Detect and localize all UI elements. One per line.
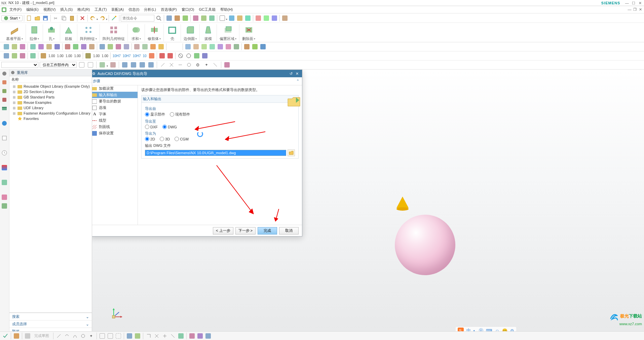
radio-2d[interactable]: 2D: [145, 137, 155, 141]
radio-display-part[interactable]: 显示部件: [145, 112, 165, 117]
sb-icon[interactable]: [178, 333, 184, 339]
radio-3d[interactable]: 3D: [160, 137, 170, 141]
tb-icon[interactable]: [45, 43, 53, 50]
sb-icon[interactable]: [72, 333, 78, 339]
snap-point-icon[interactable]: [185, 61, 193, 69]
menu-info[interactable]: 信息(I): [126, 7, 141, 12]
snap-icon[interactable]: [139, 61, 146, 69]
sb-icon[interactable]: +: [88, 333, 94, 339]
tb-icon[interactable]: [72, 43, 79, 50]
reuse-search-section[interactable]: 搜索⌄: [9, 313, 92, 320]
tb-icon[interactable]: [80, 43, 87, 50]
tb-icon[interactable]: [99, 43, 106, 50]
snap-point-icon[interactable]: +: [203, 61, 210, 69]
menu-window[interactable]: 窗口(O): [180, 7, 196, 12]
assembly-navigator-icon[interactable]: [2, 88, 8, 94]
snap-icon[interactable]: [99, 61, 106, 69]
sb-icon[interactable]: [161, 333, 168, 339]
sb-icon[interactable]: [55, 333, 62, 339]
tb-icon[interactable]: [88, 43, 96, 50]
tb-icon[interactable]: [182, 14, 189, 22]
radio-dxf[interactable]: DXF: [145, 125, 158, 129]
tree-item[interactable]: ⊞2D Section Library: [9, 89, 92, 94]
tb-icon[interactable]: [157, 43, 165, 50]
finish-button[interactable]: 完成: [258, 227, 277, 235]
tb-icon[interactable]: [141, 43, 149, 50]
tb-icon[interactable]: [193, 52, 200, 59]
tb-icon[interactable]: [149, 43, 157, 50]
radio-dwg[interactable]: DWG: [162, 125, 177, 129]
tb-icon[interactable]: [123, 43, 130, 50]
tb-icon[interactable]: [133, 43, 141, 50]
sb-icon[interactable]: [24, 333, 31, 339]
tree-item[interactable]: ⊞Reusable Object Library (Example Only): [9, 84, 92, 89]
menu-prefs[interactable]: 首选项(P): [159, 7, 179, 12]
tb-icon[interactable]: [3, 43, 10, 50]
internet-icon[interactable]: [2, 121, 8, 127]
history-icon[interactable]: [2, 135, 8, 141]
tb-icon[interactable]: [271, 14, 278, 22]
sb-icon[interactable]: [153, 333, 160, 339]
tb-icon[interactable]: [3, 52, 10, 59]
cancel-button[interactable]: 取消: [279, 227, 299, 235]
selection-scope-combo[interactable]: 仅在工作部件内: [40, 62, 77, 68]
rail-icon[interactable]: [2, 165, 8, 171]
new-file-icon[interactable]: [26, 14, 33, 22]
doc-restore-button[interactable]: ❐: [633, 7, 637, 12]
tb-icon[interactable]: [166, 52, 174, 59]
menu-tools[interactable]: 工具(T): [92, 7, 109, 12]
tree-item[interactable]: ⊞Reuse Examples: [9, 100, 92, 105]
sb-icon[interactable]: [197, 333, 203, 339]
tb-icon[interactable]: [200, 14, 207, 22]
menu-view[interactable]: 视图(V): [41, 7, 58, 12]
sb-icon[interactable]: [13, 333, 20, 339]
copy-icon[interactable]: [60, 14, 68, 22]
menu-assembly[interactable]: 装配(A): [109, 7, 126, 12]
part-navigator-icon[interactable]: [2, 80, 8, 86]
sb-icon[interactable]: [134, 333, 141, 339]
reuse-library-icon[interactable]: [2, 106, 8, 112]
tree-item[interactable]: ⊞Fastener Assembly Configuration Library: [9, 111, 92, 116]
menu-help[interactable]: 帮助(H): [218, 7, 235, 12]
tb-icon[interactable]: [185, 52, 192, 59]
selection-type-combo[interactable]: [1, 62, 38, 68]
open-file-icon[interactable]: [34, 14, 41, 22]
tb-icon[interactable]: [255, 14, 262, 22]
tb-icon[interactable]: [165, 14, 173, 22]
nav-linetypes[interactable]: 线型: [92, 117, 138, 124]
dialog-undock-icon[interactable]: ↺: [288, 72, 294, 76]
snap-point-icon[interactable]: [177, 61, 184, 69]
edge-blend-button[interactable]: [185, 24, 196, 36]
tb-icon[interactable]: [192, 14, 199, 22]
reuse-member-section[interactable]: 成员选择⌄: [9, 320, 92, 328]
unite-button[interactable]: [130, 24, 142, 36]
command-search-input[interactable]: [121, 15, 154, 22]
tb-icon[interactable]: [225, 43, 232, 50]
tree-item[interactable]: ⊞GB Standard Parts: [9, 94, 92, 100]
tb-icon[interactable]: [53, 43, 61, 50]
sb-icon[interactable]: [126, 333, 133, 339]
next-button[interactable]: 下一步 >: [235, 227, 256, 235]
gear-icon[interactable]: [2, 71, 8, 77]
sb-icon[interactable]: [169, 333, 176, 339]
dialog-steps-header[interactable]: 步骤⌃: [92, 77, 302, 85]
snap-point-icon[interactable]: [159, 61, 166, 69]
sb-icon[interactable]: [115, 333, 122, 339]
rail-icon[interactable]: [2, 203, 8, 209]
output-file-path-input[interactable]: D:\Program Files\Siemens\NX 10.0\UGII\_m…: [145, 150, 286, 156]
app-menu-icon[interactable]: [1, 7, 7, 12]
tb-icon[interactable]: [184, 43, 192, 50]
nav-options[interactable]: 选项: [92, 104, 138, 111]
doc-minimize-button[interactable]: —: [627, 7, 632, 12]
draft-button[interactable]: [202, 24, 214, 36]
graphics-viewport[interactable]: ⚙ AutoCAD DXF/DWG 导出向导 ↺ ✕ 步骤⌃ 加载设置 输入和输…: [92, 70, 644, 335]
snap-point-icon[interactable]: [212, 61, 219, 69]
sb-icon[interactable]: [99, 333, 106, 339]
menu-gctoolbox[interactable]: GC工具箱: [197, 7, 218, 12]
sb-icon[interactable]: [80, 333, 86, 339]
tb-icon[interactable]: [208, 14, 216, 22]
nav-save-settings[interactable]: 保存设置: [92, 130, 138, 136]
tb-icon[interactable]: [200, 43, 208, 50]
nav-fonts[interactable]: A字体: [92, 111, 138, 117]
sb-icon[interactable]: [145, 333, 152, 339]
